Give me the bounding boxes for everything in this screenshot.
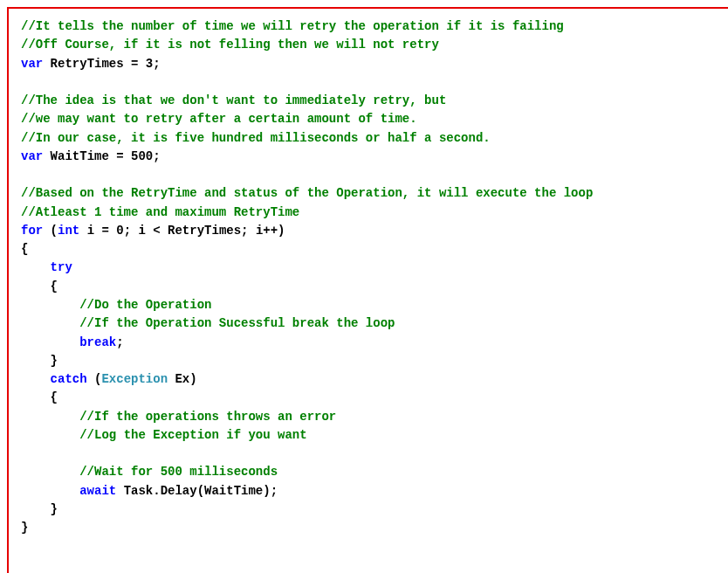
code-text: [21, 465, 79, 479]
keyword-text: catch: [51, 372, 87, 386]
code-line: [21, 166, 721, 184]
comment-text: //Atleast 1 time and maximum RetryTime: [21, 205, 299, 219]
comment-text: //Do the Operation: [79, 298, 211, 312]
code-line: [21, 445, 721, 463]
comment-text: //If the operations throws an error: [79, 410, 336, 424]
code-text: [21, 316, 79, 330]
code-line: //Log the Exception if you want: [21, 426, 721, 445]
code-line: {: [21, 389, 721, 407]
keyword-text: var: [21, 149, 43, 163]
code-line: //Wait for 500 milliseconds: [21, 463, 721, 481]
keyword-text: try: [51, 260, 72, 274]
code-line: break;: [21, 334, 721, 352]
code-text: RetryTimes = 3;: [43, 57, 160, 71]
code-text: {: [21, 390, 58, 404]
comment-text: //Wait for 500 milliseconds: [79, 465, 278, 479]
code-line: {: [21, 278, 721, 296]
code-text: ;: [116, 335, 123, 349]
code-text: [21, 372, 51, 386]
code-text: [21, 428, 79, 442]
code-line: //In our case, it is five hundred millis…: [21, 129, 721, 148]
code-text: [21, 298, 79, 312]
code-text: [21, 484, 79, 498]
keyword-text: for: [21, 224, 43, 238]
keyword-text: await: [79, 484, 116, 498]
code-line: var RetryTimes = 3;: [21, 55, 721, 73]
comment-text: //we may want to retry after a certain a…: [21, 112, 417, 126]
code-line: }: [21, 519, 721, 537]
code-snippet: //It tells the number of time we will re…: [7, 7, 728, 573]
code-line: }: [21, 501, 721, 519]
code-line: //Do the Operation: [21, 296, 721, 314]
comment-text: //Log the Exception if you want: [79, 428, 306, 442]
comment-text: //Off Course, if it is not felling then …: [21, 38, 439, 52]
keyword-text: break: [79, 335, 116, 349]
code-text: WaitTime = 500;: [43, 149, 160, 163]
code-line: //The idea is that we don't want to imme…: [21, 92, 721, 110]
code-line: //Atleast 1 time and maximum RetryTime: [21, 204, 721, 222]
code-text: i = 0; i < RetryTimes; i++): [79, 224, 285, 238]
comment-text: //The idea is that we don't want to imme…: [21, 93, 446, 107]
code-line: {: [21, 240, 721, 259]
comment-text: //If the Operation Sucessful break the l…: [79, 316, 395, 330]
code-text: {: [21, 242, 28, 256]
comment-text: //Based on the RetryTime and status of t…: [21, 186, 593, 200]
code-text: (: [87, 372, 102, 386]
code-text: Task.Delay(WaitTime);: [116, 484, 278, 498]
code-text: Ex): [168, 372, 197, 386]
code-line: //It tells the number of time we will re…: [21, 17, 721, 36]
type-text: Exception: [101, 372, 168, 386]
code-line: //Based on the RetryTime and status of t…: [21, 184, 721, 203]
code-line: //If the Operation Sucessful break the l…: [21, 314, 721, 333]
code-line: var WaitTime = 500;: [21, 148, 721, 166]
keyword-text: var: [21, 57, 43, 71]
code-text: }: [21, 521, 28, 535]
code-text: [21, 410, 79, 424]
code-text: (: [43, 224, 58, 238]
code-text: }: [21, 354, 58, 368]
code-line: }: [21, 352, 721, 370]
keyword-text: int: [58, 224, 79, 238]
code-line: await Task.Delay(WaitTime);: [21, 482, 721, 501]
code-text: [21, 335, 79, 349]
code-line: catch (Exception Ex): [21, 370, 721, 389]
comment-text: //It tells the number of time we will re…: [21, 19, 564, 33]
code-line: try: [21, 259, 721, 277]
code-line: [21, 73, 721, 92]
code-text: [21, 260, 51, 274]
code-text: {: [21, 280, 58, 293]
code-text: }: [21, 502, 58, 516]
code-line: //Off Course, if it is not felling then …: [21, 36, 721, 54]
comment-text: //In our case, it is five hundred millis…: [21, 131, 491, 145]
code-line: for (int i = 0; i < RetryTimes; i++): [21, 222, 721, 240]
code-line: //If the operations throws an error: [21, 408, 721, 426]
code-line: //we may want to retry after a certain a…: [21, 110, 721, 128]
